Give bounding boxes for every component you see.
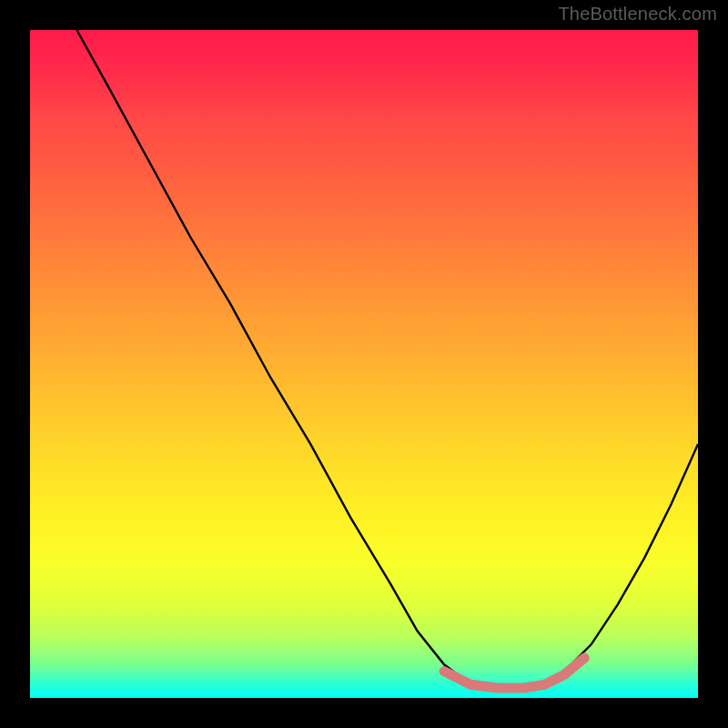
attribution-text: TheBottleneck.com [558, 4, 717, 25]
highlight-band-line [444, 658, 584, 688]
chart-svg [30, 30, 698, 698]
plot-area [30, 30, 698, 698]
bottleneck-curve-line [76, 30, 698, 692]
